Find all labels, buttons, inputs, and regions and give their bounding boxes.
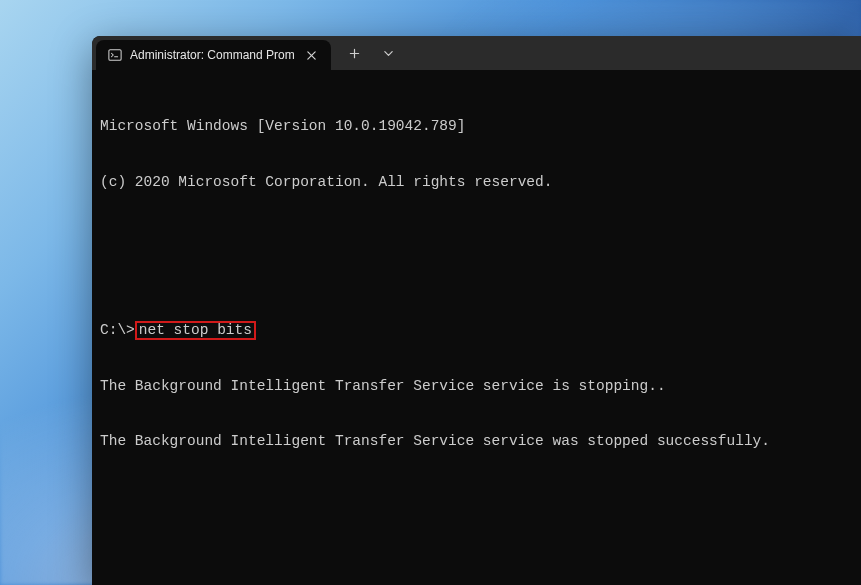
blank-line bbox=[100, 488, 853, 507]
prompt: C:\> bbox=[100, 322, 135, 338]
terminal-output-area[interactable]: Microsoft Windows [Version 10.0.19042.78… bbox=[92, 70, 861, 585]
blank-line bbox=[100, 544, 853, 563]
terminal-icon bbox=[108, 48, 122, 62]
titlebar-actions bbox=[331, 36, 403, 70]
tab-close-button[interactable] bbox=[303, 46, 321, 64]
prompt-line: C:\>net stop bits bbox=[100, 321, 853, 340]
version-line: Microsoft Windows [Version 10.0.19042.78… bbox=[100, 117, 853, 136]
command-prompt-window: Administrator: Command Prom Microsoft Wi… bbox=[92, 36, 861, 585]
window-titlebar: Administrator: Command Prom bbox=[92, 36, 861, 70]
tab-dropdown-button[interactable] bbox=[375, 39, 403, 67]
tab-title: Administrator: Command Prom bbox=[130, 48, 295, 62]
output-line: The Background Intelligent Transfer Serv… bbox=[100, 377, 853, 396]
svg-rect-0 bbox=[109, 50, 121, 61]
command-highlight: net stop bits bbox=[135, 321, 256, 340]
copyright-line: (c) 2020 Microsoft Corporation. All righ… bbox=[100, 173, 853, 192]
output-line: The Background Intelligent Transfer Serv… bbox=[100, 432, 853, 451]
blank-line bbox=[100, 228, 853, 247]
tab-command-prompt[interactable]: Administrator: Command Prom bbox=[96, 40, 331, 70]
new-tab-button[interactable] bbox=[341, 39, 369, 67]
